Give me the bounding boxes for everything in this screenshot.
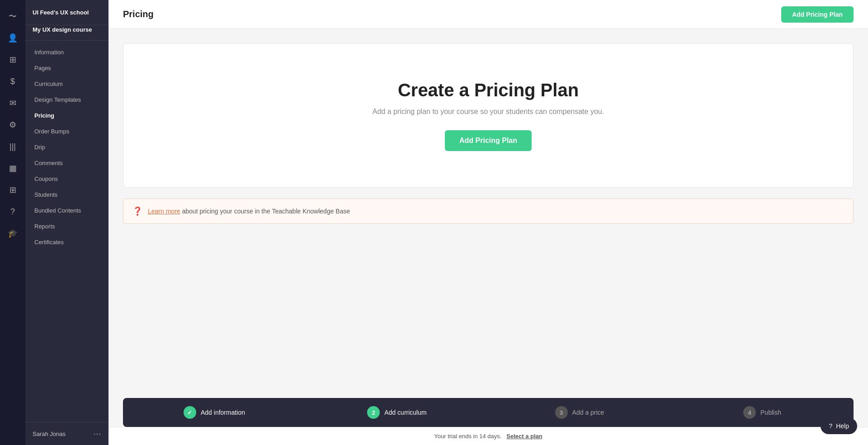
- step-2: 2 Add curriculum: [306, 398, 488, 427]
- page-title: Pricing: [123, 9, 154, 19]
- sidebar-item-students[interactable]: Students: [25, 187, 108, 203]
- sidebar-item-design-templates[interactable]: Design Templates: [25, 92, 108, 108]
- trial-text: Your trial ends in 14 days.: [434, 433, 501, 440]
- step-1: ✓ Add information: [123, 398, 306, 427]
- info-banner: ❓ Learn more about pricing your course i…: [123, 199, 854, 224]
- icon-rail: 〜 👤 ⊞ $ ✉ ⚙ ||| ▦ ⊞ ? 🎓: [0, 0, 25, 445]
- apps-icon[interactable]: ⊞: [4, 181, 22, 199]
- school-name: UI Feed's UX school: [25, 0, 108, 25]
- step-3-number: 3: [555, 406, 568, 419]
- step-4-label: Publish: [760, 409, 781, 416]
- learn-more-link[interactable]: Learn more: [148, 208, 180, 215]
- step-3-label: Add a price: [572, 409, 604, 416]
- main-content: Pricing Add Pricing Plan Create a Pricin…: [108, 0, 868, 445]
- more-options-icon[interactable]: ⋯: [93, 429, 101, 439]
- sidebar-item-pricing[interactable]: Pricing: [25, 108, 108, 123]
- sidebar-item-order-bumps[interactable]: Order Bumps: [25, 123, 108, 139]
- sidebar-item-coupons[interactable]: Coupons: [25, 171, 108, 187]
- step-2-number: 2: [367, 406, 380, 419]
- users-icon[interactable]: 👤: [4, 29, 22, 47]
- help-icon[interactable]: ?: [4, 203, 22, 221]
- sidebar-item-pages[interactable]: Pages: [25, 60, 108, 76]
- library-icon[interactable]: |||: [4, 137, 22, 156]
- course-name: My UX design course: [25, 25, 108, 41]
- add-pricing-plan-button-center[interactable]: Add Pricing Plan: [445, 130, 532, 151]
- pricing-card-description: Add a pricing plan to your course so you…: [373, 108, 604, 116]
- sidebar-item-certificates[interactable]: Certificates: [25, 234, 108, 250]
- step-1-label: Add information: [201, 409, 245, 416]
- content-area: Create a Pricing Plan Add a pricing plan…: [108, 29, 868, 427]
- gear-icon[interactable]: ⚙: [4, 116, 22, 134]
- graduation-icon[interactable]: 🎓: [4, 224, 22, 242]
- mail-icon[interactable]: ✉: [4, 94, 22, 112]
- sidebar-item-comments[interactable]: Comments: [25, 155, 108, 171]
- sidebar: UI Feed's UX school My UX design course …: [25, 0, 108, 445]
- add-pricing-plan-button-top[interactable]: Add Pricing Plan: [781, 6, 854, 23]
- step-4-number: 4: [743, 406, 756, 419]
- step-1-number: ✓: [184, 406, 196, 419]
- steps-bar: ✓ Add information 2 Add curriculum 3 Add…: [123, 398, 854, 427]
- select-plan-link[interactable]: Select a plan: [506, 433, 542, 440]
- help-button[interactable]: ? Help: [821, 418, 857, 434]
- step-3: 3 Add a price: [488, 398, 671, 427]
- sidebar-item-reports[interactable]: Reports: [25, 218, 108, 234]
- sales-icon[interactable]: $: [4, 72, 22, 90]
- sidebar-item-curriculum[interactable]: Curriculum: [25, 76, 108, 92]
- pricing-card-heading: Create a Pricing Plan: [398, 80, 579, 100]
- sidebar-item-drip[interactable]: Drip: [25, 139, 108, 155]
- sidebar-item-bundled-contents[interactable]: Bundled Contents: [25, 203, 108, 218]
- step-2-label: Add curriculum: [384, 409, 426, 416]
- help-circle-icon: ?: [829, 422, 832, 430]
- dashboard-icon[interactable]: ⊞: [4, 51, 22, 69]
- analytics-icon[interactable]: 〜: [4, 7, 22, 25]
- topbar: Pricing Add Pricing Plan: [108, 0, 868, 29]
- user-name: Sarah Jonas: [33, 431, 66, 437]
- trial-bar: Your trial ends in 14 days. Select a pla…: [108, 427, 868, 445]
- steps-container: ✓ Add information 2 Add curriculum 3 Add…: [123, 398, 854, 427]
- pricing-empty-card: Create a Pricing Plan Add a pricing plan…: [123, 43, 854, 188]
- info-banner-rest: about pricing your course in the Teachab…: [180, 208, 350, 215]
- info-banner-text: Learn more about pricing your course in …: [148, 208, 350, 215]
- sidebar-footer: Sarah Jonas ⋯: [25, 422, 108, 445]
- sidebar-item-information[interactable]: Information: [25, 44, 108, 60]
- sidebar-nav: Information Pages Curriculum Design Temp…: [25, 41, 108, 422]
- info-circle-icon: ❓: [132, 206, 142, 216]
- calendar-icon[interactable]: ▦: [4, 159, 22, 177]
- help-button-label: Help: [836, 422, 849, 430]
